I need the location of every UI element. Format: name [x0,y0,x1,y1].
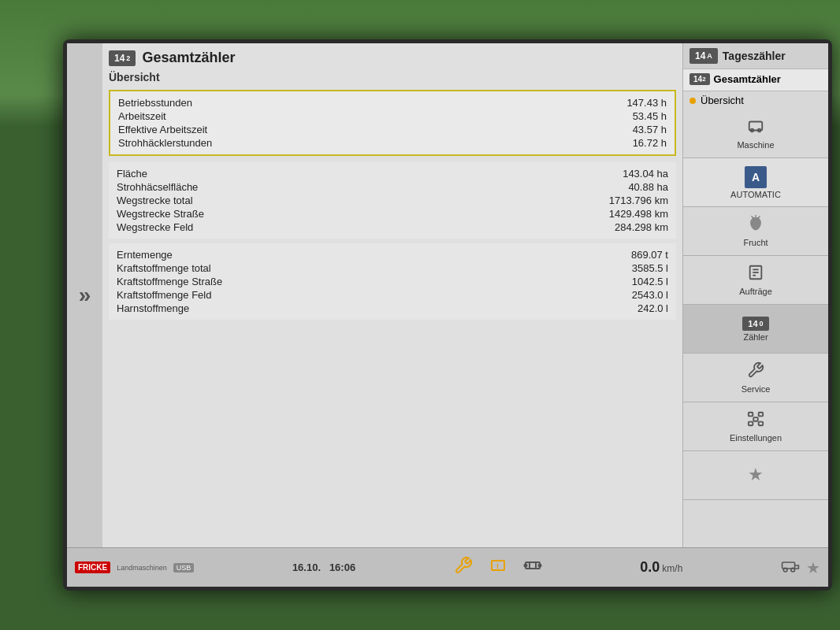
sidebar-label-auftraege: Aufträge [739,287,772,296]
sidebar-item-einstellungen[interactable]: Einstellungen [683,402,828,451]
left-arrow-icon: » [79,283,91,308]
sidebar-label-maschine: Maschine [737,140,774,150]
service-warning-icon[interactable]: ! [489,556,507,579]
svg-rect-9 [753,417,758,421]
row-label-3: Strohhäcklerstunden [118,137,212,149]
speed-value: 0.0 [640,559,660,576]
svg-rect-15 [526,562,540,569]
flaeche-section: Fläche 143.04 ha Strohhäcselfläche 40.88… [109,162,676,239]
row-value-1: 53.45 h [588,110,667,122]
table-row: Arbeitszeit 53.45 h [118,109,667,123]
table-row: Wegstrecke total 1713.796 km [117,194,668,207]
table-row: Strohhäcklerstunden 16.72 h [118,136,667,150]
table-row: Harnstoffmenge 242.0 l [117,302,668,315]
sidebar-label-einstellungen: Einstellungen [730,433,782,443]
star-btn[interactable]: ★ [806,558,820,577]
gesamt-sub-row: 142 Gesamtzähler [689,73,822,85]
time-display: 16.10. 16:06 [292,561,355,573]
svg-text:!: ! [469,557,470,564]
right-panel: 14A Tageszähler 142 Gesamtzähler Übersic… [682,43,828,547]
gesamt-sub-panel: 142 Gesamtzähler [683,69,828,91]
ernte-value-1: 3585.5 l [589,262,668,274]
counter-badge-main: 142 [109,50,136,66]
sidebar-label-zaehler: Zähler [743,332,768,342]
svg-point-19 [538,565,541,567]
bottom-icons: ! ! [454,556,542,579]
ernte-value-3: 2543.0 l [589,289,668,301]
ernte-label-0: Erntemenge [117,249,173,261]
svg-rect-7 [749,413,753,417]
flaeche-value-1: 40.88 ha [589,181,668,193]
tages-counter-badge: 14A [689,48,718,64]
fricke-sub: Landmaschinen [117,564,167,572]
tageszaehler-header: 14A Tageszähler [683,43,828,69]
fricke-logo: FRICKE [75,561,110,573]
left-nav-button[interactable]: » [67,43,102,547]
service-icon [747,361,764,383]
gesamtzaehler-title: Gesamtzähler [142,50,235,66]
table-row: Strohhäcselfläche 40.88 ha [117,180,668,194]
table-row: Kraftstoffmenge Feld 2543.0 l [117,288,668,302]
vehicle-icon[interactable] [781,558,800,576]
ubersicht-row[interactable]: Übersicht [683,91,828,109]
usb-indicator: USB [173,563,195,573]
table-row: Kraftstoffmenge Straße 1042.5 l [117,275,668,288]
flaeche-value-4: 284.298 km [589,221,668,233]
wrench-warning-icon[interactable]: ! [454,556,473,579]
zaehler-badge: 140 [742,317,768,331]
row-label-0: Betriebsstunden [118,97,192,109]
ernte-value-2: 1042.5 l [589,276,668,287]
sidebar-label-automatic: AUTOMATIC [730,190,781,199]
machine-icon [747,117,764,139]
belt-icon[interactable] [523,556,542,579]
svg-point-18 [524,565,526,567]
ernte-label-4: Harnstoffmenge [117,302,189,314]
main-content-area: » 142 Gesamtzähler Übersicht Betriebsstu… [67,43,828,547]
flaeche-label-1: Strohhäcselfläche [117,181,198,193]
flaeche-label-4: Wegstrecke Feld [117,221,193,233]
sidebar-item-auftraege[interactable]: Aufträge [683,256,828,305]
ernte-section: Erntemenge 869.07 t Kraftstoffmenge tota… [109,243,676,320]
flaeche-value-2: 1713.796 km [589,195,668,206]
flaeche-value-0: 143.04 ha [589,168,668,180]
sidebar-item-favorites[interactable]: ★ [683,451,828,500]
flaeche-label-0: Fläche [117,168,147,180]
bottom-right-icons: ★ [781,558,820,577]
sidebar-item-automatic[interactable]: A AUTOMATIC [683,158,828,207]
bottom-bar: FRICKE Landmaschinen USB 16.10. 16:06 ! … [67,547,828,587]
svg-point-22 [791,568,795,572]
sidebar-item-zaehler[interactable]: 140 Zähler [683,305,828,354]
row-label-2: Effektive Arbeitszeit [118,124,207,135]
gesamt-sub-label: Gesamtzähler [714,73,781,85]
auftraege-icon [747,264,764,285]
flaeche-value-3: 1429.498 km [589,208,668,220]
svg-rect-8 [759,413,764,417]
row-value-3: 16.72 h [588,137,667,149]
table-row: Effektive Arbeitszeit 43.57 h [118,123,667,136]
ernte-label-2: Kraftstoffmenge Straße [117,276,222,287]
row-value-2: 43.57 h [588,124,667,135]
main-screen: » 142 Gesamtzähler Übersicht Betriebsstu… [67,43,828,587]
date-display: 16.10. [292,561,321,573]
ubersicht-label: Übersicht [109,71,676,85]
table-row: Betriebsstunden 147.43 h [118,96,667,109]
ernte-value-0: 869.07 t [589,249,668,261]
ernte-label-1: Kraftstoffmenge total [117,262,211,274]
speed-display: 0.0 km/h [640,559,682,576]
ubersicht-row-label: Übersicht [701,94,744,106]
automatic-badge: A [745,166,767,188]
sidebar-label-service: Service [742,384,771,394]
table-row: Fläche 143.04 ha [117,167,668,180]
frucht-icon [747,215,764,236]
table-row: Kraftstoffmenge total 3585.5 l [117,261,668,275]
center-content: 142 Gesamtzähler Übersicht Betriebsstund… [102,43,682,547]
speed-unit: km/h [662,563,682,574]
ernte-value-4: 242.0 l [589,302,668,314]
sidebar-item-service[interactable]: Service [683,354,828,402]
flaeche-label-2: Wegstrecke total [117,195,193,206]
ubersicht-dot [689,98,696,104]
sidebar-item-frucht[interactable]: Frucht [683,207,828,256]
sidebar-item-maschine[interactable]: Maschine [683,109,828,158]
einstellungen-icon [747,410,764,432]
svg-rect-11 [759,422,764,426]
